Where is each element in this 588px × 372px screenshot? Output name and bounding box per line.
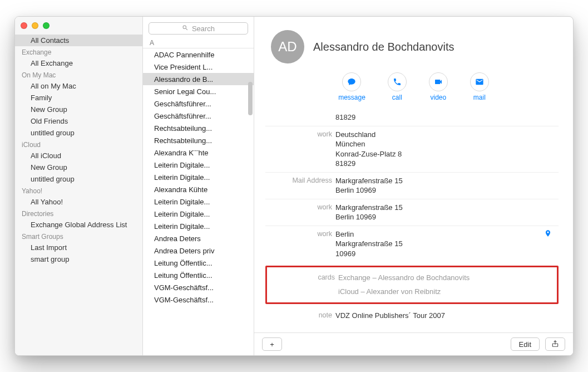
sidebar-item[interactable]: All Exchange [15, 57, 142, 69]
contact-list-row[interactable]: Alexandra Kühte [143, 183, 254, 195]
contact-list-row[interactable]: Geschäftsführer... [143, 110, 254, 122]
sidebar-item[interactable]: Last Import [15, 242, 142, 253]
contact-list-row[interactable]: Andrea Deters priv [143, 244, 254, 257]
contact-field-row: workDeutschlandMünchenKonrad-Zuse-Platz … [265, 126, 559, 172]
sidebar-item[interactable]: All Yahoo! [15, 196, 142, 208]
sidebar-section-label: On My Mac [15, 69, 142, 80]
field-label: work [265, 203, 332, 211]
edit-button[interactable]: Edit [511, 337, 540, 351]
message-action[interactable]: message [338, 72, 365, 101]
sidebar-section-label: Smart Groups [15, 231, 142, 242]
sidebar: All Contacts ExchangeAll ExchangeOn My M… [15, 17, 143, 355]
contact-field-row: workMarkgrafenstraße 15Berlin 10969 [265, 199, 559, 226]
share-button[interactable] [545, 337, 565, 351]
search-input[interactable]: Search [149, 22, 248, 35]
contact-list-row[interactable]: Leiterin Digitale... [143, 208, 254, 220]
sidebar-item[interactable]: New Group [15, 104, 142, 115]
contact-list-row[interactable]: Leitung Öffentlic... [143, 269, 254, 281]
sidebar-item[interactable]: Exchange Global Address List [15, 219, 142, 231]
contact-list-row[interactable]: Leiterin Digitale... [143, 195, 254, 208]
linked-card-0[interactable]: Exchange – Alessandro de Bochdanovits [338, 273, 538, 283]
contact-list-row[interactable]: VGM-Geschäftsf... [143, 281, 254, 293]
linked-card-1[interactable]: iCloud – Alexander von Reibnitz [338, 287, 538, 297]
sidebar-section-label: Directories [15, 208, 142, 219]
contact-name: Alessandro de Bochdanovits [313, 41, 454, 53]
contacts-list-column: Search A ADAC PannenhilfeVice President … [143, 17, 254, 355]
contact-list-row[interactable]: Leiterin Digitale... [143, 220, 254, 232]
contact-list-row[interactable]: Rechtsabteilung... [143, 122, 254, 134]
field-label: Mail Address [265, 176, 332, 184]
mail-action[interactable]: mail [470, 72, 489, 101]
field-value: DeutschlandMünchenKonrad-Zuse-Platz 8818… [335, 130, 541, 169]
sidebar-item[interactable]: All iCloud [15, 150, 142, 161]
sidebar-item[interactable]: New Group [15, 161, 142, 173]
contacts-list: ADAC PannenhilfeVice President L...Aless… [143, 48, 254, 355]
map-pin-icon[interactable] [544, 229, 559, 239]
avatar: AD [271, 30, 304, 63]
contact-field-row: workBerlinMarkgrafenstraße 1510969 [265, 226, 559, 262]
sidebar-item[interactable]: All on My Mac [15, 80, 142, 92]
video-icon [429, 72, 448, 91]
call-action[interactable]: call [388, 72, 407, 101]
field-label: work [265, 130, 332, 138]
field-value: Markgrafenstraße 15Berlin 10969 [335, 203, 541, 222]
sidebar-section-label: Yahoo! [15, 185, 142, 196]
list-section-letter: A [143, 38, 254, 48]
sidebar-item[interactable]: smart group [15, 253, 142, 265]
note-value[interactable]: VDZ Online Publishers´ Tour 2007 [335, 311, 541, 321]
contact-list-row[interactable]: Geschäftsführer... [143, 97, 254, 110]
list-scrollbar[interactable] [248, 82, 253, 115]
field-label: work [265, 229, 332, 238]
sidebar-item[interactable]: untitled group [15, 173, 142, 185]
field-value: 81829 [335, 112, 541, 123]
share-icon [551, 340, 559, 349]
field-value: BerlinMarkgrafenstraße 1510969 [335, 229, 541, 259]
message-icon [342, 72, 361, 91]
minimize-window-button[interactable] [32, 22, 38, 29]
search-icon [182, 25, 189, 33]
close-window-button[interactable] [21, 22, 27, 29]
detail-footer: + Edit [254, 332, 573, 355]
field-label-note: note [265, 311, 332, 319]
sidebar-item[interactable]: Family [15, 92, 142, 104]
contact-actions: message call video mail [265, 69, 562, 107]
contact-list-row[interactable]: Vice President L... [143, 61, 254, 73]
sidebar-item[interactable]: Old Friends [15, 115, 142, 127]
search-placeholder: Search [192, 25, 215, 33]
contact-list-row[interactable]: Alessandro de B... [143, 73, 254, 85]
contact-list-row[interactable]: ADAC Pannenhilfe [143, 48, 254, 61]
sidebar-item[interactable]: untitled group [15, 127, 142, 139]
sidebar-all-contacts[interactable]: All Contacts [15, 35, 142, 46]
message-label: message [338, 94, 365, 101]
video-action[interactable]: video [429, 72, 448, 101]
plus-icon: + [270, 340, 274, 349]
contact-field-row: 81829 [265, 109, 559, 126]
zoom-window-button[interactable] [43, 22, 50, 29]
call-label: call [392, 94, 402, 101]
contact-list-row[interactable]: Rechtsabteilung... [143, 134, 254, 146]
contact-list-row[interactable]: Alexandra K¨¨hte [143, 146, 254, 159]
sidebar-section-label: iCloud [15, 139, 142, 150]
traffic-lights [15, 20, 142, 35]
contacts-window: All Contacts ExchangeAll ExchangeOn My M… [14, 16, 574, 356]
mail-label: mail [473, 94, 486, 101]
contact-fields: 81829workDeutschlandMünchenKonrad-Zuse-P… [254, 107, 573, 332]
video-label: video [431, 94, 447, 101]
contact-field-row: Mail AddressMarkgrafenstraße 15Berlin 10… [265, 172, 559, 199]
contact-list-row[interactable]: Senior Legal Cou... [143, 85, 254, 97]
contact-list-row[interactable]: Andrea Deters [143, 232, 254, 244]
phone-icon [388, 72, 407, 91]
field-value: Markgrafenstraße 15Berlin 10969 [335, 176, 541, 195]
contact-list-row[interactable]: Leitung Öffentlic... [143, 257, 254, 269]
cards-highlight: cards Exchange – Alessandro de Bochdanov… [265, 266, 559, 304]
add-button[interactable]: + [262, 337, 282, 351]
mail-icon [470, 72, 489, 91]
field-label [265, 112, 332, 113]
contact-detail: AD Alessandro de Bochdanovits message ca… [254, 17, 573, 355]
contact-list-row[interactable]: Leiterin Digitale... [143, 171, 254, 183]
field-label-cards: cards [268, 273, 335, 281]
sidebar-section-label: Exchange [15, 46, 142, 57]
contact-list-row[interactable]: VGM-Geschäftsf... [143, 293, 254, 306]
contact-list-row[interactable]: Leiterin Digitale... [143, 159, 254, 171]
